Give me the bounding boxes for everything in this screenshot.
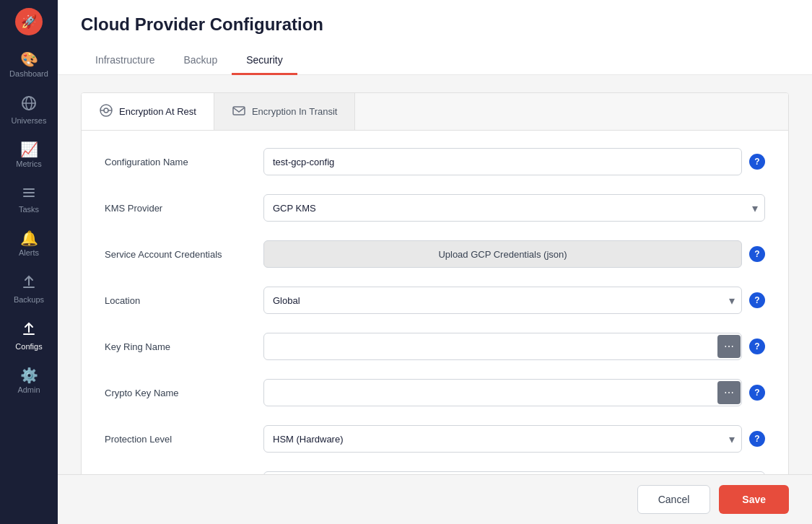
control-wrap-config-name: ? (263, 148, 765, 175)
tab-infrastructure[interactable]: Infrastructure (81, 47, 169, 75)
svg-rect-6 (23, 287, 35, 288)
key-ring-name-input[interactable] (263, 333, 742, 360)
help-icon-crypto-key-name[interactable]: ? (749, 385, 765, 401)
admin-icon: ⚙️ (20, 368, 38, 383)
protection-level-select[interactable]: HSM (Hardware) Software (263, 425, 742, 453)
form-row-kms-provider: KMS Provider GCP KMS AWS KMS Azure KMS ▾ (105, 191, 765, 224)
metrics-icon: 📈 (20, 142, 38, 157)
control-wrap-location: Global us-east1 us-west1 europe-west1 ▾ … (263, 287, 765, 314)
help-icon-location[interactable]: ? (749, 292, 765, 308)
label-crypto-key-name: Crypto Key Name (105, 388, 263, 398)
sidebar-logo: 🚀 (0, 0, 58, 43)
form-row-service-account: Service Account Credentials Upload GCP C… (105, 237, 765, 271)
inner-tab-label: Encryption At Rest (119, 106, 196, 117)
crypto-key-name-input[interactable] (263, 379, 742, 406)
footer: Cancel Save (58, 474, 812, 524)
location-select-wrap: Global us-east1 us-west1 europe-west1 ▾ (263, 287, 742, 314)
sidebar-item-label: Tasks (19, 205, 39, 214)
main-content: Cloud Provider Configuration Infrastruct… (58, 0, 812, 524)
inner-tabs: Encryption At Rest Encryption In Transit (82, 93, 788, 131)
sidebar-item-alerts[interactable]: 🔔 Alerts (0, 222, 58, 266)
form-row-protection-level: Protection Level HSM (Hardware) Software… (105, 422, 765, 455)
help-icon-service-account[interactable]: ? (749, 246, 765, 262)
disk-icon (99, 103, 113, 120)
svg-point-9 (104, 108, 108, 113)
sidebar-item-metrics[interactable]: 📈 Metrics (0, 134, 58, 177)
save-button[interactable]: Save (719, 485, 789, 514)
sidebar-item-label: Admin (17, 385, 40, 394)
sidebar-item-label: Alerts (19, 248, 39, 257)
form-row-config-name: Configuration Name ? (105, 145, 765, 178)
svg-rect-5 (23, 196, 35, 197)
config-name-input[interactable] (263, 148, 742, 175)
sidebar-item-configs[interactable]: Configs (0, 313, 58, 359)
label-kms-provider: KMS Provider (105, 203, 263, 214)
tab-security[interactable]: Security (232, 47, 297, 75)
form-row-kms-endpoint: KMS Endpoint (Optional) (105, 468, 765, 474)
control-wrap-service-account: Upload GCP Credentials (json) ? (263, 240, 765, 268)
form-row-crypto-key-name: Crypto Key Name ⋯ ? (105, 376, 765, 409)
label-location: Location (105, 295, 263, 306)
sidebar-item-dashboard[interactable]: 🎨 Dashboard (0, 43, 58, 87)
help-icon-config-name[interactable]: ? (749, 154, 765, 170)
tab-encryption-at-rest[interactable]: Encryption At Rest (82, 93, 214, 130)
crypto-key-name-wrap: ⋯ (263, 379, 742, 406)
control-wrap-protection-level: HSM (Hardware) Software ▾ ? (263, 425, 765, 453)
crypto-key-name-browse-button[interactable]: ⋯ (717, 381, 741, 404)
alerts-icon: 🔔 (20, 231, 38, 245)
help-icon-protection-level[interactable]: ? (749, 431, 765, 447)
tasks-icon (22, 185, 36, 202)
sidebar-item-universes[interactable]: Universes (0, 87, 58, 134)
tab-backup[interactable]: Backup (169, 47, 232, 75)
sidebar-item-label: Dashboard (9, 69, 48, 78)
label-service-account: Service Account Credentials (105, 249, 263, 260)
upload-credentials-button[interactable]: Upload GCP Credentials (json) (263, 240, 742, 268)
envelope-icon (232, 103, 246, 120)
help-icon-key-ring-name[interactable]: ? (749, 339, 765, 354)
sidebar-item-admin[interactable]: ⚙️ Admin (0, 359, 58, 403)
kms-provider-select-wrap: GCP KMS AWS KMS Azure KMS ▾ (263, 194, 765, 222)
sidebar-item-label: Configs (15, 342, 42, 351)
form-body: Configuration Name ? KMS Provider GCP KM… (82, 131, 788, 474)
sidebar: 🚀 🎨 Dashboard Universes 📈 Metrics Tasks … (0, 0, 58, 524)
sidebar-item-label: Metrics (16, 160, 41, 168)
control-wrap-crypto-key-name: ⋯ ? (263, 379, 765, 406)
sidebar-item-backups[interactable]: Backups (0, 266, 58, 313)
location-select[interactable]: Global us-east1 us-west1 europe-west1 (263, 287, 742, 314)
sidebar-item-label: Universes (12, 116, 47, 125)
svg-rect-4 (23, 192, 35, 193)
form-row-location: Location Global us-east1 us-west1 europe… (105, 284, 765, 317)
tab-encryption-in-transit[interactable]: Encryption In Transit (214, 93, 356, 130)
protection-level-select-wrap: HSM (Hardware) Software ▾ (263, 425, 742, 453)
header: Cloud Provider Configuration Infrastruct… (58, 0, 812, 75)
label-protection-level: Protection Level (105, 434, 263, 445)
control-wrap-key-ring-name: ⋯ ? (263, 333, 765, 360)
label-config-name: Configuration Name (105, 157, 263, 167)
main-tabs: Infrastructure Backup Security (81, 46, 789, 74)
key-ring-name-wrap: ⋯ (263, 333, 742, 360)
label-key-ring-name: Key Ring Name (105, 341, 263, 352)
configs-icon (21, 321, 37, 339)
form-row-key-ring-name: Key Ring Name ⋯ ? (105, 330, 765, 363)
dashboard-icon: 🎨 (20, 52, 38, 66)
inner-tab-label: Encryption In Transit (252, 106, 338, 117)
svg-rect-7 (23, 333, 35, 335)
key-ring-name-browse-button[interactable]: ⋯ (717, 335, 741, 358)
svg-rect-3 (23, 188, 35, 190)
sidebar-item-tasks[interactable]: Tasks (0, 177, 58, 222)
control-wrap-kms-provider: GCP KMS AWS KMS Azure KMS ▾ (263, 194, 765, 222)
backups-icon (21, 274, 37, 292)
content-area: Encryption At Rest Encryption In Transit… (58, 75, 812, 474)
config-card: Encryption At Rest Encryption In Transit… (81, 92, 789, 474)
page-title: Cloud Provider Configuration (81, 14, 789, 35)
logo-icon: 🚀 (15, 8, 43, 35)
kms-provider-select[interactable]: GCP KMS AWS KMS Azure KMS (263, 194, 765, 222)
cancel-button[interactable]: Cancel (637, 485, 711, 514)
universes-icon (21, 95, 37, 113)
sidebar-item-label: Backups (14, 295, 44, 304)
svg-rect-12 (233, 107, 245, 115)
